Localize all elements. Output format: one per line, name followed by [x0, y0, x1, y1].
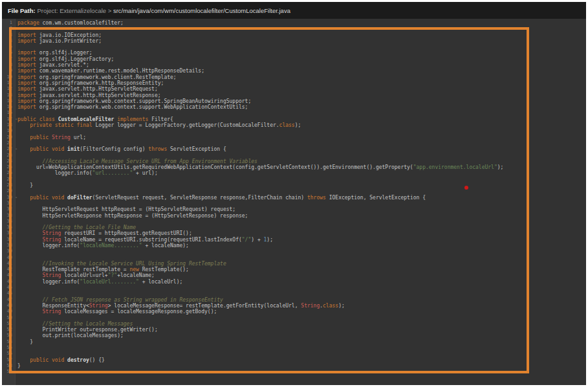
line-number: 7 — [2, 56, 15, 62]
editor-window: File Path: Project: Externalizelocale > … — [2, 2, 586, 385]
line-number: 56 — [2, 351, 15, 357]
code-text: import javax.servlet.http.HttpServletRes… — [15, 93, 161, 98]
line-number: 16 — [2, 110, 15, 116]
code-text: ResponseEntity<String> localeMessageResp… — [15, 303, 345, 309]
code-line: 37 String localeName = requestURI.substr… — [2, 237, 586, 243]
code-text: out.print(localeMessages); — [15, 333, 124, 338]
line-number: 50 — [2, 315, 15, 321]
file-path: src/main/java/com/wm/customlocalefilter/… — [113, 7, 290, 14]
code-text: public String url; — [15, 135, 86, 140]
code-line: 7import org.slf4j.LoggerFactory; — [2, 56, 586, 62]
line-number: 14 — [2, 98, 15, 104]
code-line: 5 — [2, 44, 586, 50]
line-number: 46 — [2, 291, 15, 296]
code-line: 8import javax.servlet.*; — [2, 62, 586, 68]
code-text: public void destroy() {} — [15, 357, 105, 363]
code-line: 14import org.springframework.web.context… — [2, 98, 586, 104]
line-number: 37 — [2, 237, 15, 243]
code-line: 50 — [2, 315, 586, 321]
line-number: 54 — [2, 339, 15, 345]
code-line: 28 } — [2, 182, 586, 188]
code-text: //Accessing Lacale Message Service URL f… — [15, 159, 257, 164]
code-line: 55 — [2, 345, 586, 351]
code-line: 33 HttpServletResponse httpResponse = (H… — [2, 213, 586, 219]
code-line: 22- public void init(FilterConfig config… — [2, 146, 586, 152]
line-number: 17 — [2, 116, 15, 122]
code-line: 53 out.print(localeMessages); — [2, 333, 586, 338]
code-line: 15import org.springframework.web.context… — [2, 104, 586, 110]
code-text: import org.springframework.http.Response… — [15, 80, 164, 86]
code-text: import java.io.IOException; — [15, 32, 102, 38]
line-number: 15 — [2, 104, 15, 110]
code-text: HttpServletResponse httpResponse = (Http… — [15, 213, 248, 219]
code-text: } — [15, 363, 21, 369]
code-line: 51 //Setting the Locale Messages — [2, 321, 586, 327]
line-number: 29 — [2, 188, 15, 194]
code-line: 12import javax.servlet.http.HttpServletR… — [2, 86, 586, 92]
code-line: 54 } — [2, 339, 586, 345]
line-number: 30 — [2, 195, 15, 201]
code-line: 38 logger.info("localeName........" + lo… — [2, 243, 586, 249]
code-text: url=WebApplicationContextUtils.getRequir… — [15, 164, 503, 170]
code-text: private static final Logger logger = Log… — [15, 122, 301, 128]
code-line: 45 — [2, 285, 586, 291]
code-text: String requestURI = httpRequest.getReque… — [15, 230, 192, 236]
line-number: 8 — [2, 62, 15, 68]
code-line: 46 — [2, 291, 586, 296]
code-line: 29 — [2, 188, 586, 194]
code-text: RestTemplate restTemplate = new RestTemp… — [15, 267, 189, 272]
line-number: 1 — [2, 20, 15, 26]
code-text: import org.springframework.web.context.s… — [15, 98, 251, 104]
code-line: 10import org.springframework.web.client.… — [2, 74, 586, 80]
code-text: public void init(FilterConfig config) th… — [15, 146, 226, 152]
code-editor-area[interactable]: 1package com.wm.customlocalefilter;23imp… — [2, 19, 586, 385]
code-line: 21 — [2, 140, 586, 146]
code-line: 43 String localeUrl=url+"?"+localeName; — [2, 272, 586, 278]
code-line: 16 — [2, 110, 586, 116]
line-number: 31 — [2, 201, 15, 206]
line-number: 24 — [2, 159, 15, 164]
line-number: 52 — [2, 327, 15, 333]
code-line: 4import java.io.PrintWriter; — [2, 38, 586, 44]
code-text: // Fetch JSON response as String wrapped… — [15, 297, 223, 303]
line-number: 5 — [2, 44, 15, 50]
code-text: HttpServletRequest httpRequest = (HttpSe… — [15, 206, 235, 212]
code-text: } — [15, 182, 33, 188]
line-number: 6 — [2, 50, 15, 56]
code-line: 9import com.wavemaker.runtime.rest.model… — [2, 68, 586, 74]
line-number: 55 — [2, 345, 15, 351]
line-number: 53 — [2, 333, 15, 338]
line-number: 49 — [2, 309, 15, 315]
code-line: 44 logger.info("localeUrl........" + loc… — [2, 279, 586, 285]
line-number: 21 — [2, 140, 15, 146]
line-number: 38 — [2, 243, 15, 249]
fold-marker-icon[interactable]: - — [15, 146, 17, 152]
code-line: 24 //Accessing Lacale Message Service UR… — [2, 159, 586, 164]
code-line: 59 — [2, 369, 586, 375]
line-number: 3 — [2, 32, 15, 38]
fold-marker-icon[interactable]: - — [15, 195, 17, 201]
code-line: 23 — [2, 153, 586, 159]
code-text: package com.wm.customlocalefilter; — [15, 20, 124, 26]
line-number: 47 — [2, 297, 15, 303]
fold-marker-icon[interactable]: - — [15, 116, 17, 122]
line-number: 20 — [2, 135, 15, 140]
line-number: 2 — [2, 26, 15, 32]
code-line: 41 //Invoking the Locale Service URL Usi… — [2, 261, 586, 267]
code-line: 57 public void destroy() {} — [2, 357, 586, 363]
code-line: 31 — [2, 201, 586, 206]
code-text: import org.springframework.web.context.s… — [15, 104, 248, 110]
line-number: 51 — [2, 321, 15, 327]
code-line: 30- public void doFilter(ServletRequest … — [2, 195, 586, 201]
line-number: 12 — [2, 86, 15, 92]
code-text: import org.slf4j.Logger; — [15, 50, 93, 56]
red-dot-annotation — [464, 186, 468, 190]
line-number: 40 — [2, 255, 15, 261]
code-line: 47 // Fetch JSON response as String wrap… — [2, 297, 586, 303]
line-number: 23 — [2, 153, 15, 159]
project-breadcrumb: Project: Externalizelocale > — [37, 7, 113, 14]
code-line: 34 — [2, 219, 586, 225]
code-text: String localeName = requestURI.substring… — [15, 237, 273, 243]
code-text: PrintWriter out=response.getWriter(); — [15, 327, 158, 333]
line-number: 45 — [2, 285, 15, 291]
